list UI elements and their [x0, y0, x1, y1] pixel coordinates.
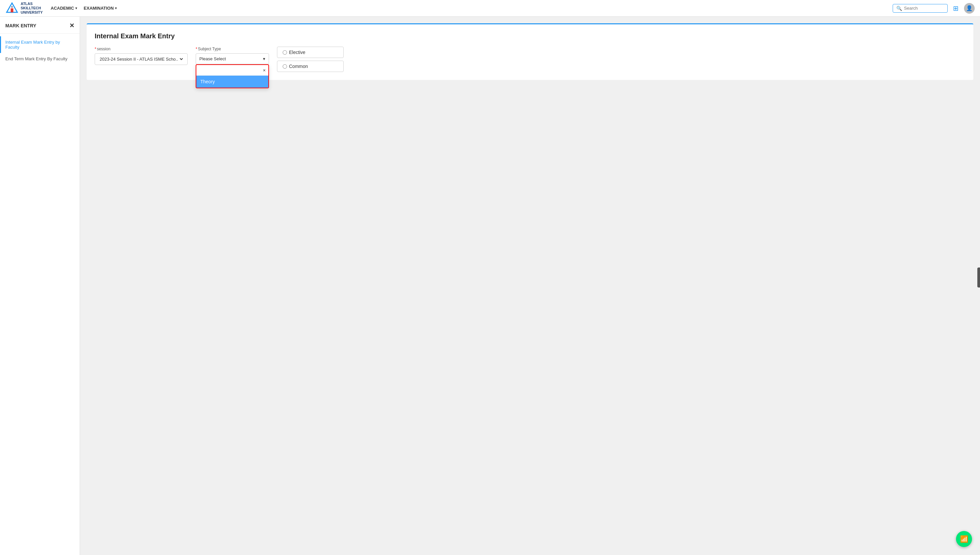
app-body: MARK ENTRY ✕ Internal Exam Mark Entry by…	[0, 17, 980, 555]
session-select[interactable]: 2023-24 Session II - ATLAS ISME Scho..	[95, 53, 188, 65]
radio-common[interactable]: Common	[277, 61, 344, 72]
session-label: *session	[95, 47, 188, 51]
logo-icon: A	[5, 2, 19, 15]
nav-academic[interactable]: ACADEMIC ▾	[51, 6, 77, 11]
sidebar-close-button[interactable]: ✕	[69, 22, 74, 29]
main-content: Internal Exam Mark Entry *session 2023-2…	[80, 17, 980, 555]
search-icon: 🔍	[896, 6, 902, 11]
subject-type-wrapper: Please Select ▾ × Theory	[196, 53, 269, 64]
sidebar-title: MARK ENTRY ✕	[0, 22, 80, 34]
radio-elective-input[interactable]	[283, 50, 287, 55]
chat-button[interactable]: 📶	[956, 531, 972, 547]
svg-text:A: A	[11, 5, 13, 8]
subject-type-select[interactable]: Please Select ▾	[196, 53, 269, 64]
logo: A ATLAS SKILLTECH UNIVERSITY	[5, 2, 43, 15]
subject-type-label: *Subject Type	[196, 47, 269, 51]
search-input[interactable]	[904, 6, 944, 11]
search-box[interactable]: 🔍	[893, 4, 948, 13]
sidebar: MARK ENTRY ✕ Internal Exam Mark Entry by…	[0, 17, 80, 555]
card-title: Internal Exam Mark Entry	[95, 32, 966, 40]
radio-group: Elective Common	[277, 47, 344, 72]
radio-elective[interactable]: Elective	[277, 47, 344, 58]
session-group: *session 2023-24 Session II - ATLAS ISME…	[95, 47, 188, 65]
nav-examination[interactable]: EXAMINATION ▾	[84, 6, 117, 11]
scrollbar-handle[interactable]	[977, 268, 980, 287]
session-dropdown[interactable]: 2023-24 Session II - ATLAS ISME Scho..	[98, 56, 184, 62]
top-navigation: A ATLAS SKILLTECH UNIVERSITY ACADEMIC ▾ …	[0, 0, 980, 17]
grid-icon[interactable]: ⊞	[953, 4, 959, 12]
form-row: *session 2023-24 Session II - ATLAS ISME…	[95, 47, 966, 72]
nav-menu: ACADEMIC ▾ EXAMINATION ▾	[51, 6, 117, 11]
dropdown-option-theory[interactable]: Theory	[196, 75, 268, 88]
select-arrow-icon: ▾	[263, 56, 265, 61]
examination-arrow-icon: ▾	[115, 6, 117, 10]
sidebar-item-end-term[interactable]: End Term Mark Entry By Faculty	[0, 53, 80, 65]
logo-text: ATLAS SKILLTECH UNIVERSITY	[21, 2, 43, 15]
wifi-icon: 📶	[960, 535, 968, 543]
sidebar-item-internal-exam[interactable]: Internal Exam Mark Entry by Faculty	[0, 36, 80, 53]
subject-type-group: *Subject Type Please Select ▾ ×	[196, 47, 269, 64]
dropdown-search-input[interactable]	[199, 66, 263, 74]
dropdown-clear-button[interactable]: ×	[263, 67, 266, 73]
dropdown-search-row: ×	[196, 65, 268, 75]
topnav-right: 🔍 ⊞ 👤	[893, 3, 975, 14]
main-card: Internal Exam Mark Entry *session 2023-2…	[87, 23, 974, 80]
svg-rect-1	[11, 8, 13, 12]
avatar[interactable]: 👤	[964, 3, 975, 14]
academic-arrow-icon: ▾	[76, 6, 77, 10]
radio-common-input[interactable]	[283, 64, 287, 69]
subject-type-dropdown: × Theory	[196, 64, 269, 88]
